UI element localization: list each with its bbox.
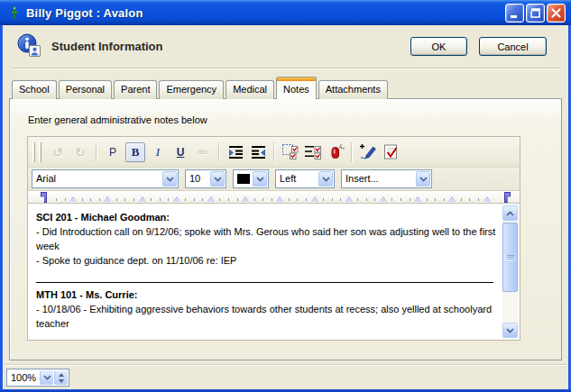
font-color-select[interactable] [233, 169, 269, 188]
ruler-tick [116, 198, 117, 201]
vertical-scrollbar[interactable] [502, 205, 518, 338]
tab-notes[interactable]: Notes [276, 77, 317, 99]
ruler-tabstop-marker [207, 196, 215, 202]
chevron-down-icon[interactable] [40, 370, 53, 385]
tab-parent[interactable]: Parent [114, 80, 157, 99]
italic-button[interactable]: I [148, 142, 168, 162]
close-icon [549, 6, 563, 20]
page-title: Student Information [51, 40, 163, 53]
notes-document[interactable]: SCI 201 - Michael Goodman: - Did Introdu… [28, 204, 502, 340]
ruler-tick [82, 198, 83, 201]
ruler[interactable] [28, 191, 520, 204]
indent-decrease-icon[interactable] [248, 142, 268, 162]
ruler-tick [160, 198, 161, 201]
tab-attachments[interactable]: Attachments [318, 80, 388, 99]
toolbar-grip[interactable] [32, 142, 35, 162]
note-section-title: MTH 101 - Ms. Currie: [36, 287, 501, 302]
font-family-select[interactable]: Arial [32, 169, 179, 188]
titlebar: Billy Piggot : Avalon [0, 0, 571, 25]
app-icon [7, 5, 22, 20]
cancel-button[interactable]: Cancel [479, 37, 547, 56]
window-title: Billy Piggot : Avalon [26, 6, 505, 20]
zoom-control[interactable]: 100% [6, 369, 69, 387]
note-line: - 10/18/06 - Exhibiting aggressive behav… [36, 302, 501, 331]
ruler-tick [134, 198, 134, 201]
minimize-icon [508, 6, 521, 20]
plain-text-button[interactable]: P [103, 142, 123, 162]
ruler-tick [99, 198, 100, 201]
notes-instruction-label: Enter general administrative notes below [28, 114, 207, 125]
toolbar-grip[interactable] [39, 142, 41, 162]
tab-emergency[interactable]: Emergency [159, 80, 224, 99]
font-size-value: 10 [186, 170, 209, 187]
ruler-tabstop-marker [69, 196, 77, 202]
ruler-tick [254, 198, 255, 201]
insert-value: Insert... [342, 170, 415, 187]
scroll-down-icon[interactable] [502, 323, 518, 338]
header-separator [11, 68, 560, 69]
ruler-tick [469, 198, 470, 201]
ruler-tick [435, 198, 436, 201]
ruler-tabstop-marker [345, 196, 353, 202]
ruler-tabstop-marker [311, 196, 318, 202]
ruler-tick [340, 198, 341, 201]
alignment-select[interactable]: Left [275, 169, 335, 188]
ruler-left-margin-marker[interactable] [41, 192, 47, 203]
ruler-tick [323, 198, 324, 201]
ruler-tick [332, 198, 333, 201]
ruler-tabstop-marker [380, 196, 387, 202]
checklist-icon[interactable] [303, 142, 323, 162]
ruler-tick [306, 198, 307, 201]
minimize-button[interactable] [505, 4, 524, 23]
ruler-tick [297, 198, 298, 201]
ruler-tick [427, 198, 428, 201]
maximize-icon [529, 6, 542, 20]
ruler-tick [56, 198, 57, 201]
scroll-up-icon[interactable] [502, 205, 518, 221]
note-section: SCI 201 - Michael Goodman: - Did Introdu… [36, 210, 501, 268]
insert-select[interactable]: Insert... [341, 169, 432, 188]
ruler-tick [65, 198, 66, 201]
underline-button[interactable]: U [170, 142, 190, 162]
scrollbar-thumb[interactable] [502, 223, 518, 292]
note-section: MTH 101 - Ms. Currie: - 10/18/06 - Exhib… [36, 287, 501, 331]
ruler-tabstop-marker [242, 196, 249, 202]
tab-medical[interactable]: Medical [226, 80, 274, 99]
note-section-title: SCI 201 - Michael Goodman: [36, 210, 501, 224]
ruler-tick [194, 198, 195, 201]
ruler-tick [444, 198, 445, 201]
chevron-down-icon [318, 171, 333, 187]
close-button[interactable] [547, 4, 566, 23]
undo-icon[interactable]: ↺ [48, 142, 68, 162]
spinner-down-icon [59, 379, 64, 383]
ruler-tick [391, 198, 392, 201]
annotate-pen-icon[interactable] [358, 142, 378, 162]
toolbar-separator [96, 142, 97, 162]
ruler-tabstop-marker [484, 196, 491, 202]
clear-formatting-icon[interactable]: abc [193, 142, 213, 162]
spell-check-icon[interactable] [381, 142, 401, 162]
rich-text-editor: ↺ ↻ P B I U abc [27, 136, 520, 341]
ruler-tabstop-marker [173, 196, 180, 202]
chevron-down-icon [210, 171, 225, 187]
font-size-select[interactable]: 10 [185, 169, 226, 188]
ruler-right-margin-marker[interactable] [504, 192, 511, 203]
indent-increase-icon[interactable] [226, 142, 245, 162]
ruler-tick [410, 198, 410, 201]
checkbox-select-icon[interactable] [281, 142, 300, 162]
ruler-tick [202, 198, 203, 201]
ok-button[interactable]: OK [410, 37, 467, 56]
ruler-tabstop-marker [104, 196, 111, 202]
ruler-tick [219, 198, 220, 201]
auto-number-icon[interactable] [326, 142, 345, 162]
format-toolbar: ↺ ↻ P B I U abc [28, 137, 520, 168]
ruler-tick [228, 198, 229, 201]
bold-button[interactable]: B [125, 142, 145, 162]
tab-personal[interactable]: Personal [59, 80, 112, 99]
zoom-level-value: 100% [7, 369, 40, 386]
maximize-button[interactable] [526, 4, 545, 23]
zoom-spinner[interactable] [54, 370, 68, 385]
tab-school[interactable]: School [12, 80, 57, 99]
redo-icon[interactable]: ↻ [70, 142, 90, 162]
notes-text-area[interactable]: SCI 201 - Michael Goodman: - Did Introdu… [28, 204, 520, 340]
